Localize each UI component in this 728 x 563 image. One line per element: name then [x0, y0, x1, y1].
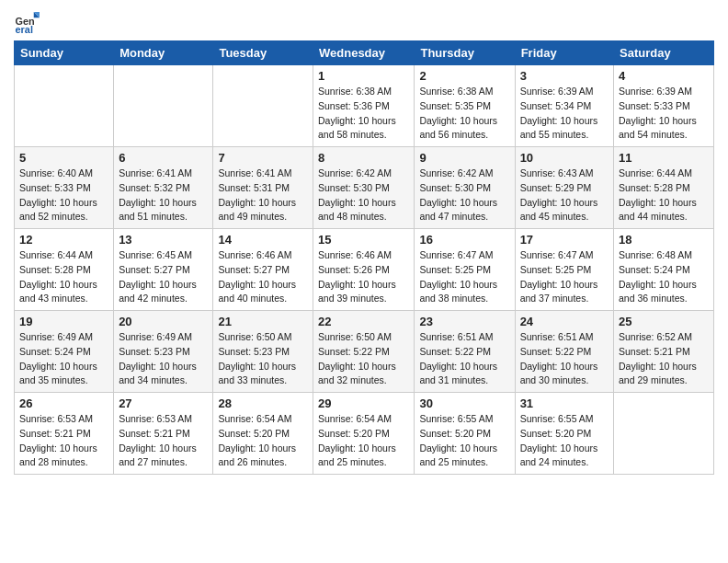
day-number: 28 [218, 396, 308, 410]
day-number: 14 [218, 233, 308, 247]
day-number: 11 [619, 151, 709, 165]
day-info: Sunrise: 6:51 AM Sunset: 5:22 PM Dayligh… [419, 330, 509, 388]
day-number: 7 [218, 151, 308, 165]
calendar-cell [614, 393, 714, 475]
calendar-cell: 9Sunrise: 6:42 AM Sunset: 5:30 PM Daylig… [415, 147, 515, 229]
day-info: Sunrise: 6:38 AM Sunset: 5:35 PM Dayligh… [419, 85, 509, 143]
day-number: 20 [119, 315, 208, 328]
day-number: 2 [419, 69, 509, 83]
day-number: 31 [520, 396, 609, 410]
day-info: Sunrise: 6:43 AM Sunset: 5:29 PM Dayligh… [520, 167, 609, 224]
calendar-cell: 22Sunrise: 6:50 AM Sunset: 5:22 PM Dayli… [313, 311, 415, 393]
calendar-row: 12Sunrise: 6:44 AM Sunset: 5:28 PM Dayli… [15, 229, 714, 311]
day-info: Sunrise: 6:46 AM Sunset: 5:27 PM Dayligh… [218, 248, 308, 306]
day-info: Sunrise: 6:53 AM Sunset: 5:21 PM Dayligh… [19, 412, 108, 470]
calendar-cell: 13Sunrise: 6:45 AM Sunset: 5:27 PM Dayli… [114, 229, 213, 311]
day-info: Sunrise: 6:54 AM Sunset: 5:20 PM Dayligh… [218, 412, 308, 470]
day-number: 15 [318, 233, 409, 247]
calendar-cell: 4Sunrise: 6:39 AM Sunset: 5:33 PM Daylig… [614, 65, 714, 147]
calendar-cell: 17Sunrise: 6:47 AM Sunset: 5:25 PM Dayli… [515, 229, 613, 311]
header-thursday: Thursday [415, 41, 515, 65]
day-info: Sunrise: 6:39 AM Sunset: 5:34 PM Dayligh… [520, 85, 609, 143]
header-tuesday: Tuesday [213, 41, 313, 65]
calendar-cell: 19Sunrise: 6:49 AM Sunset: 5:24 PM Dayli… [15, 311, 114, 393]
day-number: 10 [520, 151, 609, 165]
day-info: Sunrise: 6:50 AM Sunset: 5:23 PM Dayligh… [218, 330, 308, 388]
calendar-cell: 10Sunrise: 6:43 AM Sunset: 5:29 PM Dayli… [515, 147, 613, 229]
day-info: Sunrise: 6:55 AM Sunset: 5:20 PM Dayligh… [520, 412, 609, 470]
calendar-cell: 2Sunrise: 6:38 AM Sunset: 5:35 PM Daylig… [415, 65, 515, 147]
svg-text:eral: eral [16, 24, 33, 35]
day-number: 3 [520, 69, 609, 83]
calendar-row: 1Sunrise: 6:38 AM Sunset: 5:36 PM Daylig… [15, 65, 714, 147]
calendar-cell: 15Sunrise: 6:46 AM Sunset: 5:26 PM Dayli… [313, 229, 415, 311]
day-number: 18 [619, 233, 709, 247]
day-info: Sunrise: 6:52 AM Sunset: 5:21 PM Dayligh… [619, 330, 709, 388]
calendar-row: 19Sunrise: 6:49 AM Sunset: 5:24 PM Dayli… [15, 311, 714, 393]
day-number: 13 [119, 233, 208, 247]
day-info: Sunrise: 6:40 AM Sunset: 5:33 PM Dayligh… [19, 167, 108, 224]
day-info: Sunrise: 6:53 AM Sunset: 5:21 PM Dayligh… [119, 412, 208, 470]
day-info: Sunrise: 6:55 AM Sunset: 5:20 PM Dayligh… [419, 412, 509, 470]
day-number: 24 [520, 315, 609, 328]
header-saturday: Saturday [614, 41, 714, 65]
day-info: Sunrise: 6:47 AM Sunset: 5:25 PM Dayligh… [419, 248, 509, 306]
day-info: Sunrise: 6:42 AM Sunset: 5:30 PM Dayligh… [419, 167, 509, 224]
day-info: Sunrise: 6:39 AM Sunset: 5:33 PM Dayligh… [619, 85, 709, 143]
day-info: Sunrise: 6:44 AM Sunset: 5:28 PM Dayligh… [619, 167, 709, 224]
calendar-cell: 30Sunrise: 6:55 AM Sunset: 5:20 PM Dayli… [415, 393, 515, 475]
calendar-cell: 31Sunrise: 6:55 AM Sunset: 5:20 PM Dayli… [515, 393, 613, 475]
calendar-cell: 24Sunrise: 6:51 AM Sunset: 5:22 PM Dayli… [515, 311, 613, 393]
day-number: 16 [419, 233, 509, 247]
calendar-cell: 7Sunrise: 6:41 AM Sunset: 5:31 PM Daylig… [213, 147, 313, 229]
day-number: 4 [619, 69, 709, 83]
header-sunday: Sunday [15, 41, 114, 65]
calendar-cell: 1Sunrise: 6:38 AM Sunset: 5:36 PM Daylig… [313, 65, 415, 147]
calendar-cell: 12Sunrise: 6:44 AM Sunset: 5:28 PM Dayli… [15, 229, 114, 311]
day-number: 27 [119, 396, 208, 410]
calendar-cell: 21Sunrise: 6:50 AM Sunset: 5:23 PM Dayli… [213, 311, 313, 393]
calendar-row: 5Sunrise: 6:40 AM Sunset: 5:33 PM Daylig… [15, 147, 714, 229]
day-number: 17 [520, 233, 609, 247]
calendar-cell: 20Sunrise: 6:49 AM Sunset: 5:23 PM Dayli… [114, 311, 213, 393]
day-info: Sunrise: 6:50 AM Sunset: 5:22 PM Dayligh… [318, 330, 409, 388]
day-info: Sunrise: 6:45 AM Sunset: 5:27 PM Dayligh… [119, 248, 208, 306]
day-info: Sunrise: 6:46 AM Sunset: 5:26 PM Dayligh… [318, 248, 409, 306]
calendar-cell: 28Sunrise: 6:54 AM Sunset: 5:20 PM Dayli… [213, 393, 313, 475]
calendar-cell [15, 65, 114, 147]
calendar-cell: 8Sunrise: 6:42 AM Sunset: 5:30 PM Daylig… [313, 147, 415, 229]
calendar-cell: 3Sunrise: 6:39 AM Sunset: 5:34 PM Daylig… [515, 65, 613, 147]
day-info: Sunrise: 6:47 AM Sunset: 5:25 PM Dayligh… [520, 248, 609, 306]
calendar-cell: 16Sunrise: 6:47 AM Sunset: 5:25 PM Dayli… [415, 229, 515, 311]
day-info: Sunrise: 6:49 AM Sunset: 5:24 PM Dayligh… [19, 330, 108, 388]
calendar-cell: 18Sunrise: 6:48 AM Sunset: 5:24 PM Dayli… [614, 229, 714, 311]
calendar-cell: 29Sunrise: 6:54 AM Sunset: 5:20 PM Dayli… [313, 393, 415, 475]
day-info: Sunrise: 6:49 AM Sunset: 5:23 PM Dayligh… [119, 330, 208, 388]
calendar-cell [213, 65, 313, 147]
day-info: Sunrise: 6:38 AM Sunset: 5:36 PM Dayligh… [318, 85, 409, 143]
header-friday: Friday [515, 41, 613, 65]
calendar-cell: 5Sunrise: 6:40 AM Sunset: 5:33 PM Daylig… [15, 147, 114, 229]
day-number: 8 [318, 151, 409, 165]
day-number: 29 [318, 396, 409, 410]
day-number: 26 [19, 396, 108, 410]
day-number: 25 [619, 315, 709, 328]
calendar-cell: 26Sunrise: 6:53 AM Sunset: 5:21 PM Dayli… [15, 393, 114, 475]
day-info: Sunrise: 6:54 AM Sunset: 5:20 PM Dayligh… [318, 412, 409, 470]
day-number: 19 [19, 315, 108, 328]
day-number: 6 [119, 151, 208, 165]
page-header: Gen eral [14, 9, 714, 35]
calendar-cell: 14Sunrise: 6:46 AM Sunset: 5:27 PM Dayli… [213, 229, 313, 311]
logo: Gen eral [14, 9, 43, 35]
day-info: Sunrise: 6:42 AM Sunset: 5:30 PM Dayligh… [318, 167, 409, 224]
calendar-cell [114, 65, 213, 147]
calendar-cell: 6Sunrise: 6:41 AM Sunset: 5:32 PM Daylig… [114, 147, 213, 229]
day-number: 9 [419, 151, 509, 165]
header-monday: Monday [114, 41, 213, 65]
calendar-cell: 27Sunrise: 6:53 AM Sunset: 5:21 PM Dayli… [114, 393, 213, 475]
day-info: Sunrise: 6:48 AM Sunset: 5:24 PM Dayligh… [619, 248, 709, 306]
calendar-cell: 11Sunrise: 6:44 AM Sunset: 5:28 PM Dayli… [614, 147, 714, 229]
day-info: Sunrise: 6:51 AM Sunset: 5:22 PM Dayligh… [520, 330, 609, 388]
day-number: 21 [218, 315, 308, 328]
day-info: Sunrise: 6:41 AM Sunset: 5:31 PM Dayligh… [218, 167, 308, 224]
